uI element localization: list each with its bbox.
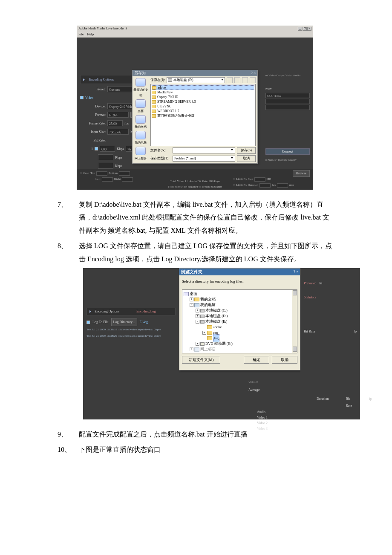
log-line-1: Tue Jul 21 2009 16:38:19 : Selected vide… <box>86 327 176 332</box>
framerate-unit: fps <box>124 120 129 127</box>
stream-field-2[interactable] <box>265 105 310 110</box>
filetype-dropdown[interactable]: Profiles (*.xml)▼ <box>173 156 235 162</box>
limit-size-radio[interactable]: ○ <box>233 176 235 182</box>
encoding-log-tab[interactable]: Encoding Log <box>136 308 156 315</box>
log-directory-button[interactable]: Log Directory... <box>111 318 137 326</box>
expand-icon[interactable]: + <box>196 309 199 312</box>
total-bitrate-1: Total Video 1 + Audio Bit Rate: 696 kbps <box>157 179 233 184</box>
window-controls[interactable]: _□× <box>298 27 311 31</box>
crop-bottom-label: Bottom <box>109 171 118 176</box>
places-mypc-icon[interactable] <box>135 131 146 139</box>
bitrate-2-field[interactable] <box>98 154 113 160</box>
bitrate-1-checkbox[interactable] <box>95 147 98 150</box>
step-7-text: 复制 D:\adobe\live.bat 文件副本，编辑 live.bat 文件… <box>79 201 329 234</box>
stream-field[interactable] <box>265 99 310 104</box>
save-as-places-bar: 我最近的文档 桌面 我的文档 我的电脑 网上邻居 <box>133 76 149 163</box>
limit-size-label: Limit By Size <box>236 176 253 182</box>
browse-folder-close-icon[interactable]: ? × <box>294 268 298 275</box>
log-to-file-checkbox[interactable] <box>86 321 90 324</box>
collapse-icon[interactable]: - <box>190 303 193 307</box>
bottom-panel: ○Crop Top Bottom Left Right Total Video … <box>77 169 313 190</box>
inputsize-dropdown[interactable]: 768x576 <box>107 129 129 135</box>
save-as-close-icon[interactable]: ? × <box>251 69 256 77</box>
limit-dur-radio[interactable]: ○ <box>233 182 235 188</box>
server-label: erver <box>265 86 310 92</box>
cancel-button[interactable]: 取消 <box>237 155 256 162</box>
ok-button[interactable]: 确定 <box>244 356 269 364</box>
folder-tree[interactable]: 桌面 +我的文档 -我的电脑 +本地磁盘 (C:) +本地磁盘 (D:) -本地… <box>182 289 297 353</box>
disk-icon <box>200 320 205 324</box>
bitrate-1-unit: Kbps <box>117 146 124 152</box>
server-url-field[interactable]: 68.5.41/live <box>265 93 310 98</box>
nav-newfolder-icon[interactable] <box>242 77 248 83</box>
places-mypc-label: 我的电脑 <box>135 140 147 146</box>
disk-icon <box>168 78 172 82</box>
framerate-dropdown[interactable]: 25.00 <box>107 120 123 126</box>
video-checkbox[interactable] <box>80 96 84 99</box>
filename-field[interactable]: ▼ <box>173 147 235 153</box>
crop-left-field[interactable] <box>102 177 113 182</box>
bitrate-3-field[interactable] <box>98 163 113 169</box>
expand-icon[interactable]: + <box>202 331 206 335</box>
crop-right-label: Right <box>114 176 121 182</box>
expand-icon[interactable]: + <box>190 347 193 351</box>
save-as-title: 另存为 <box>134 69 146 77</box>
crop-top-field[interactable] <box>96 171 107 176</box>
expand-icon[interactable]: + <box>196 314 199 318</box>
save-in-value: 本地磁盘 (E:) <box>173 77 193 83</box>
scrollbar-thumb[interactable] <box>293 347 297 352</box>
avg-header: Average <box>248 387 260 393</box>
collapse-icon[interactable]: - <box>196 320 199 324</box>
step-7-number: 7、 <box>58 198 68 211</box>
new-folder-button[interactable]: 新建文件夹(M) <box>182 356 220 364</box>
bitrate-1: 1 <box>80 146 93 152</box>
tree-network[interactable]: 网上邻居 <box>200 346 216 353</box>
folder-icon <box>152 95 156 99</box>
encoding-options-label: Encoding Options <box>89 76 114 83</box>
menu-help[interactable]: Help <box>87 31 94 38</box>
limit-hrs-field[interactable] <box>259 183 271 188</box>
bitrate-1-field[interactable]: 600 <box>100 146 115 152</box>
tree-scrollbar[interactable] <box>292 290 297 353</box>
browse-folder-prompt: Select a directory for encoding log file… <box>182 278 297 285</box>
filename-label: 文件名(N): <box>150 147 171 153</box>
nav-back-icon[interactable] <box>227 77 233 83</box>
places-recent-label: 我最近的文档 <box>133 87 149 99</box>
crop-bottom-field[interactable] <box>119 171 130 176</box>
expand-icon[interactable]: + <box>190 298 193 301</box>
places-desktop-icon[interactable] <box>135 99 146 108</box>
crop-right-field[interactable] <box>122 177 133 182</box>
file-list[interactable]: adobe MatIteNew Osprey-700HD STREAMING S… <box>150 84 256 146</box>
step-10-number: 10、 <box>58 443 71 456</box>
menu-file[interactable]: File <box>78 31 84 38</box>
places-network-icon[interactable] <box>135 147 146 155</box>
file-item[interactable]: 赛门铁克网络防毒企业版 <box>152 113 254 118</box>
screenshot-fmle-saveas: Adobe Flash Media Live Encoder 3 _□× Fil… <box>77 26 313 190</box>
folder-icon <box>152 110 156 113</box>
window-titlebar: Adobe Flash Media Live Encoder 3 _□× <box>77 26 313 32</box>
expand-icon[interactable]: + <box>196 342 199 346</box>
browse-folder-titlebar: 浏览文件夹 ? × <box>179 269 300 275</box>
encoding-log-header[interactable]: Encoding Options Encoding Log <box>86 308 176 315</box>
folder-icon <box>194 298 199 301</box>
computer-icon <box>194 303 199 307</box>
nav-up-icon[interactable] <box>234 77 240 83</box>
nav-view-icon[interactable] <box>250 77 256 83</box>
format-dropdown[interactable]: H.264 <box>107 112 129 118</box>
crop-checkbox[interactable]: ○ <box>80 171 82 176</box>
save-in-dropdown[interactable]: 本地磁盘 (E:) ▼ <box>167 77 225 83</box>
menubar[interactable]: File Help <box>77 32 313 38</box>
places-mydocs-icon[interactable] <box>135 115 146 124</box>
limit-size-field[interactable] <box>254 177 265 182</box>
scrollbar-thumb[interactable] <box>293 290 297 295</box>
crop-label: Crop <box>83 171 89 176</box>
connect-button[interactable]: Connect <box>265 148 310 155</box>
places-recent-icon[interactable] <box>135 78 146 87</box>
save-button[interactable]: 保存(S) <box>237 147 256 154</box>
browse-button[interactable]: Browse <box>293 170 310 177</box>
step-8-text: 选择 LOG 文件保存位置，请自己建立 LOG 保存位置的文件夹，并且如下图所示… <box>79 242 332 262</box>
cancel-button[interactable]: 取消 <box>272 356 297 364</box>
limit-min-field[interactable] <box>277 183 288 188</box>
bitrate-label: Bit Rate: <box>80 137 106 144</box>
step-7: 7、 复制 D:\adobe\live.bat 文件副本，编辑 live.bat… <box>58 198 332 237</box>
